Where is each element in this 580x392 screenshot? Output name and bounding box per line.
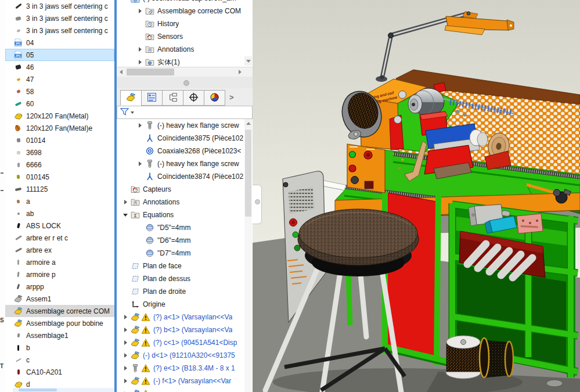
flyout-tree-scroll-down-button[interactable] (244, 56, 252, 66)
tab-overflow-button[interactable]: > (229, 93, 234, 102)
file-list-item[interactable]: 120x120 Fan(Metal)e (5, 122, 114, 134)
tab-config-icon (168, 92, 178, 104)
file-list-item[interactable]: 120x120 Fan(Metal) (5, 110, 114, 122)
tree-item[interactable]: "D5"=4mm (117, 221, 244, 234)
tree-item[interactable]: ΣEquations (117, 208, 244, 221)
file-list-item[interactable]: c (5, 354, 114, 366)
folder-annot-icon: A (130, 197, 141, 207)
file-list-item[interactable]: Assemblage1 (5, 329, 114, 341)
file-list-item[interactable]: CA10-A201 (5, 366, 114, 378)
file-list-item[interactable]: 3 in 3 jaws self centering c (5, 12, 114, 24)
expand-arrow-icon[interactable] (121, 379, 130, 383)
file-list-item[interactable]: 3698 (5, 146, 114, 159)
tree-item[interactable]: Coïncidente3875 (Pièce102 (117, 132, 244, 145)
file-list-item[interactable]: 01014 (5, 134, 114, 146)
file-list-item[interactable]: armoire p (5, 268, 114, 280)
expand-arrow-icon[interactable] (121, 366, 130, 371)
tree-item[interactable]: Plan de face (117, 260, 244, 272)
tree-item[interactable]: AAnnotations (117, 196, 244, 208)
tree-item[interactable]: (-) socket head cap screw_am (117, 0, 244, 5)
file-list-item[interactable]: 58 (5, 85, 114, 98)
feature-tree-vertical-scrollbar[interactable] (244, 119, 252, 392)
tree-item[interactable]: "D6"=4mm (117, 234, 244, 247)
folder-solid-icon (145, 57, 155, 67)
filter-funnel-icon[interactable] (120, 107, 129, 118)
tree-item[interactable]: 实体(1) (117, 56, 244, 67)
file-list-item[interactable]: arppp (5, 280, 114, 293)
file-list-item[interactable]: JPG04 (5, 37, 114, 49)
file-list-item[interactable]: JPG05 (5, 49, 114, 61)
file-list-item[interactable]: 6666 (5, 159, 114, 171)
expand-arrow-icon[interactable] (135, 123, 145, 128)
file-list-item[interactable]: Assemblage pour bobine (5, 317, 114, 329)
tree-item[interactable]: (?) a<1> (Varsayılan<<Va (117, 311, 244, 323)
tree-item[interactable]: AAnnotations (117, 43, 244, 56)
tree-item[interactable] (117, 387, 244, 392)
tree-item[interactable]: Plan de droite (117, 285, 244, 298)
3d-viewport[interactable]: Spring and coil making machine (253, 0, 580, 392)
scroll-left-button[interactable] (117, 67, 125, 77)
tree-item[interactable]: (-) heavy hex flange screw (117, 157, 244, 170)
tree-item[interactable]: Coïncidente3874 (Pièce102 (117, 170, 244, 183)
tree-item[interactable]: History (117, 17, 244, 30)
tree-item[interactable]: (?) e<1> (B18.3.4M - 8 x 1 (117, 362, 244, 375)
tree-item[interactable]: (-) heavy hex flange screw (117, 119, 244, 132)
filter-text-input[interactable] (136, 107, 250, 118)
tab-dimxpertmanager[interactable] (183, 90, 204, 106)
flyout-tree-horizontal-scrollbar[interactable] (117, 67, 253, 77)
expand-arrow-icon[interactable] (121, 353, 130, 358)
viewport-flyout-tab[interactable] (253, 185, 262, 224)
tree-item[interactable]: Assemblage correcte COM (117, 5, 244, 17)
file-list-horizontal-scrollbar[interactable] (13, 388, 114, 392)
tree-item[interactable]: Plan de dessus (117, 272, 244, 285)
file-list-item[interactable]: arbre ex (5, 244, 114, 256)
file-list-item[interactable]: ab (5, 207, 114, 220)
scrollbar-thumb[interactable] (19, 389, 57, 391)
file-list-item[interactable]: 60 (5, 98, 114, 110)
file-list-item[interactable]: 111125 (5, 183, 114, 195)
file-list-item[interactable]: a (5, 195, 114, 207)
file-list-item[interactable]: Assemblage correcte COM (5, 305, 114, 317)
expand-arrow-icon[interactable] (121, 214, 130, 217)
tree-item[interactable]: Coaxiale3268 (Pièce1023< (117, 145, 244, 157)
file-list-item[interactable]: 3 in 3 jaws self centering c (5, 24, 114, 37)
tab-propertymanager[interactable] (141, 90, 163, 106)
expand-arrow-icon[interactable] (135, 47, 145, 52)
tree-item[interactable]: (?) b<1> (Varsayılan<<Va (117, 323, 244, 336)
file-list-item[interactable]: ABS LOCK (5, 220, 114, 232)
expand-arrow-icon[interactable] (121, 328, 130, 332)
expand-arrow-icon[interactable] (135, 161, 145, 166)
expand-arrow-icon[interactable] (135, 60, 145, 64)
panel-splitter[interactable] (117, 77, 253, 89)
filter-dropdown-caret[interactable] (131, 112, 134, 114)
file-list-item[interactable]: armoire a (5, 256, 114, 268)
file-list-item[interactable]: 47 (5, 73, 114, 85)
file-list-item[interactable]: 46 (5, 61, 114, 73)
tab-configurationmanager[interactable] (162, 90, 183, 106)
tree-item[interactable]: (-) d<1> (91210A320<<91375 (117, 349, 244, 362)
expand-arrow-icon[interactable] (135, 9, 145, 13)
scroll-up-button[interactable] (244, 119, 252, 128)
folder-mates-icon (145, 6, 155, 16)
splitter-handle[interactable] (183, 80, 189, 86)
file-list-item[interactable]: arbre er r et c (5, 232, 114, 244)
scroll-right-button[interactable] (236, 67, 244, 77)
scrollbar-thumb[interactable] (127, 69, 174, 75)
tab-featuremanager[interactable] (120, 90, 142, 106)
expand-arrow-icon[interactable] (121, 340, 130, 345)
flyout-handle[interactable] (255, 199, 260, 204)
tree-item[interactable]: Capteurs (117, 183, 244, 196)
scrollbar-thumb[interactable] (245, 130, 251, 217)
tree-item[interactable]: (-) f<1> (Varsayılan<<Var (117, 375, 244, 387)
file-list-item[interactable]: Assem1 (5, 293, 114, 305)
file-list-item[interactable]: 010145 (5, 171, 114, 183)
expand-arrow-icon[interactable] (121, 315, 130, 319)
tree-item[interactable]: Sensors (117, 30, 244, 43)
file-list-item[interactable]: b (5, 341, 114, 354)
tree-item[interactable]: (?) c<1> (90451A541<Disp (117, 336, 244, 349)
tree-item[interactable]: Origine (117, 298, 244, 311)
file-list-item[interactable]: 3 in 3 jaws self centering c (5, 0, 114, 12)
tab-displaymanager[interactable] (204, 90, 225, 106)
expand-arrow-icon[interactable] (121, 200, 130, 204)
tree-item[interactable]: "D7"=4mm (117, 247, 244, 260)
